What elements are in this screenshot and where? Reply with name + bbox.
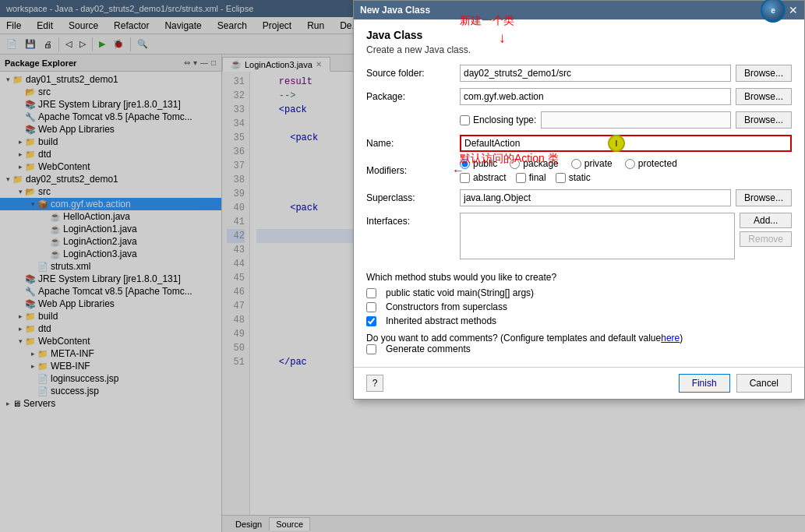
modifiers-row: Modifiers: public package pr: [366, 158, 792, 183]
stub-constructor-row: Constructors from superclass: [366, 301, 792, 312]
dialog-body: Java Class Create a new Java class. Sour…: [354, 19, 804, 367]
other-modifiers-group: abstract final static: [460, 172, 792, 183]
superclass-browse-button[interactable]: Browse...: [736, 189, 792, 206]
dialog-subtitle: Create a new Java class.: [366, 44, 792, 55]
modifier-abstract[interactable]: abstract: [460, 172, 507, 183]
modifier-private[interactable]: private: [571, 158, 613, 169]
stub-main-label: public static void main(String[] args): [386, 287, 534, 298]
final-label: final: [529, 172, 546, 183]
radio-private[interactable]: [571, 159, 581, 169]
enclosing-type-browse-button[interactable]: Browse...: [736, 111, 792, 129]
radio-protected[interactable]: [625, 159, 635, 169]
stub-constructor-checkbox[interactable]: [366, 302, 376, 312]
modifiers-label: Modifiers:: [366, 165, 460, 176]
checkbox-static[interactable]: [556, 173, 566, 183]
source-folder-input[interactable]: [460, 65, 731, 82]
name-label: Name:: [366, 138, 460, 149]
dialog-finish-button[interactable]: Finish: [679, 374, 730, 393]
source-folder-label: Source folder:: [366, 68, 460, 79]
stub-inherited-checkbox[interactable]: [366, 316, 376, 326]
interfaces-row: Interfaces: Add... Remove: [366, 213, 792, 266]
interfaces-remove-button[interactable]: Remove: [740, 231, 792, 247]
stub-constructor-label: Constructors from superclass: [386, 301, 507, 312]
modifier-final[interactable]: final: [516, 172, 546, 183]
modifier-static[interactable]: static: [556, 172, 591, 183]
footer-right-buttons: Finish Cancel: [679, 374, 792, 393]
add-comments-question-row: Do you want to add comments? (Configure …: [366, 333, 792, 344]
add-comments-section: Do you want to add comments? (Configure …: [366, 333, 792, 354]
interfaces-label: Interfaces:: [366, 213, 460, 227]
stub-inherited-row: Inherited abstract methods: [366, 315, 792, 326]
superclass-input[interactable]: [460, 189, 731, 206]
enclosing-type-input[interactable]: [541, 111, 731, 129]
new-java-class-dialog: New Java Class e ✕ Java Class Create a n…: [353, 0, 805, 400]
add-comments-close-paren: ): [680, 333, 683, 344]
annotation-arrow-left: ←: [452, 164, 464, 178]
dialog-section-title: Java Class: [366, 29, 792, 41]
dialog-title-text: New Java Class: [360, 5, 430, 16]
interfaces-add-button[interactable]: Add...: [740, 213, 792, 228]
package-browse-button[interactable]: Browse...: [736, 88, 792, 105]
modifier-protected[interactable]: protected: [625, 158, 677, 169]
method-stubs-question: Which method stubs would you like to cre…: [366, 272, 792, 283]
abstract-label: abstract: [473, 172, 507, 183]
radio-protected-label: protected: [638, 158, 677, 169]
annotation-arrow-down: ↑: [499, 31, 506, 48]
source-folder-browse-button[interactable]: Browse...: [736, 65, 792, 82]
stub-main-checkbox[interactable]: [366, 288, 376, 298]
name-row: Name: I: [366, 135, 792, 152]
dialog-cancel-button[interactable]: Cancel: [736, 374, 792, 393]
annotation-create-class: 新建一个类: [460, 14, 514, 28]
package-input[interactable]: [460, 88, 731, 105]
annotation-default-action-text: 默认访问的Action 类: [460, 152, 559, 164]
method-stubs-section: Which method stubs would you like to cre…: [366, 272, 792, 326]
generate-comments-row: Generate comments: [366, 344, 792, 354]
package-label: Package:: [366, 91, 460, 102]
dialog-title-bar: New Java Class e ✕: [354, 1, 804, 19]
stub-main-row: public static void main(String[] args): [366, 287, 792, 298]
generate-comments-checkbox[interactable]: [366, 344, 376, 354]
dialog-close-button[interactable]: ✕: [789, 4, 798, 16]
package-row: Package: Browse...: [366, 88, 792, 105]
enclosing-type-row: Enclosing type: Browse...: [366, 111, 792, 129]
enclosing-type-text: Enclosing type:: [473, 115, 536, 125]
dialog-help-button[interactable]: ?: [366, 375, 383, 392]
add-comments-here-link[interactable]: here: [661, 333, 680, 344]
checkbox-final[interactable]: [516, 173, 526, 183]
superclass-label: Superclass:: [366, 192, 460, 203]
enclosing-type-checkbox[interactable]: [460, 115, 470, 125]
stub-inherited-label: Inherited abstract methods: [386, 315, 496, 326]
cursor-indicator: I: [608, 135, 625, 152]
add-comments-text: Do you want to add comments? (Configure …: [366, 333, 661, 344]
interfaces-box: [460, 213, 735, 259]
dialog-footer: ? Finish Cancel: [354, 367, 804, 399]
radio-private-label: private: [584, 158, 613, 169]
dialog-overlay: New Java Class e ✕ Java Class Create a n…: [0, 0, 805, 532]
static-label: static: [569, 172, 591, 183]
annotation-default-action: 默认访问的Action 类: [460, 152, 559, 166]
name-input[interactable]: [460, 135, 792, 152]
eclipse-logo: e: [761, 0, 786, 23]
generate-comments-label: Generate comments: [386, 344, 471, 354]
source-folder-row: Source folder: Browse...: [366, 65, 792, 82]
annotation-create-class-text: 新建一个类: [460, 14, 514, 26]
superclass-row: Superclass: Browse...: [366, 189, 792, 206]
interfaces-buttons: Add... Remove: [740, 213, 792, 247]
